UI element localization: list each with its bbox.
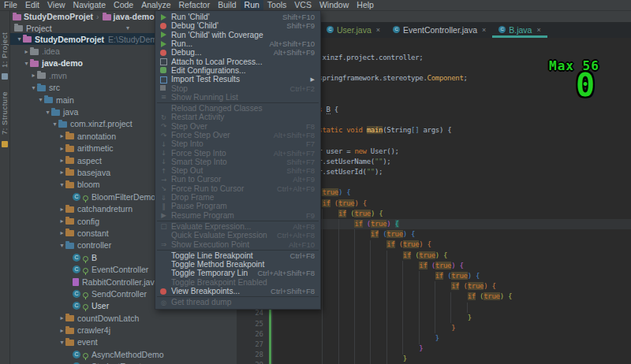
menubar-item-code[interactable]: Code bbox=[110, 0, 137, 10]
menu-item-run[interactable]: Run...Alt+Shift+F10 bbox=[155, 39, 320, 48]
tree-item-studentevent[interactable]: CStudentEvent bbox=[9, 361, 237, 364]
tree-item-label: java-demo bbox=[42, 58, 83, 68]
chevron-down-icon[interactable]: ▾ bbox=[58, 242, 65, 249]
menubar-item-build[interactable]: Build bbox=[214, 0, 240, 10]
menu-item-import-test-results[interactable]: Import Test Results▶ bbox=[155, 75, 320, 84]
spring-bean-icon bbox=[83, 268, 88, 273]
menu-item-label: Smart Step Into bbox=[171, 158, 277, 166]
tab-user-java[interactable]: CUser.java× bbox=[320, 21, 386, 38]
chevron-down-icon[interactable]: ▾ bbox=[51, 121, 58, 128]
restart-icon: ↻ bbox=[159, 113, 168, 121]
chevron-right-icon[interactable]: ▸ bbox=[58, 157, 65, 164]
menu-item-force-step-over[interactable]: ↷Force Step OverAlt+Shift+F8 bbox=[155, 131, 320, 139]
menu-item-shortcut: Shift+F8 bbox=[286, 166, 315, 175]
class-icon: C bbox=[327, 26, 334, 33]
menu-item-force-run-to-cursor[interactable]: ↘Force Run to CursorCtrl+Alt+F9 bbox=[155, 184, 320, 193]
chevron-right-icon[interactable]: ▸ bbox=[58, 145, 65, 152]
tree-item-crawler4j[interactable]: ▸crawler4j bbox=[9, 324, 237, 336]
menu-item-get-thread-dump[interactable]: ◎Get thread dump bbox=[155, 298, 320, 306]
menu-item-pause-program[interactable]: ‖Pause Program bbox=[155, 202, 320, 210]
chevron-right-icon[interactable]: ▸ bbox=[23, 48, 30, 55]
menu-item-show-running-list[interactable]: ≡Show Running List bbox=[155, 93, 320, 102]
menu-item-smart-step-into[interactable]: ↓Smart Step IntoShift+F7 bbox=[155, 158, 320, 166]
menubar-item-file[interactable]: File bbox=[0, 0, 21, 10]
editcfg-icon bbox=[159, 66, 168, 74]
tab-close-icon[interactable]: × bbox=[376, 26, 380, 34]
menu-item-view-breakpoints[interactable]: View Breakpoints...Ctrl+Shift+F8 bbox=[155, 287, 320, 295]
folder-icon bbox=[44, 97, 53, 103]
menu-item-force-step-into[interactable]: ↓Force Step IntoAlt+Shift+F7 bbox=[155, 148, 320, 157]
menubar-item-window[interactable]: Window bbox=[316, 0, 353, 10]
chevron-down-icon[interactable]: ▾ bbox=[23, 60, 30, 67]
menubar-item-view[interactable]: View bbox=[43, 0, 69, 10]
tree-item-asyncmethoddemo[interactable]: CAsyncMethodDemo bbox=[9, 348, 237, 360]
chevron-down-icon[interactable]: ▾ bbox=[37, 96, 44, 103]
chevron-right-icon[interactable]: ▸ bbox=[30, 72, 37, 79]
menu-item-label: Stop bbox=[171, 84, 281, 93]
tool-button-project[interactable]: 1: Project bbox=[0, 24, 9, 75]
menu-item-toggle-temporary-line-breakpoint[interactable]: Toggle Temporary Line BreakpointCtrl+Alt… bbox=[155, 269, 320, 277]
chevron-down-icon[interactable]: ▾ bbox=[44, 109, 51, 116]
menubar-item-help[interactable]: Help bbox=[353, 0, 378, 10]
chevron-right-icon[interactable]: ▸ bbox=[58, 229, 65, 236]
menu-item-label: Edit Configurations... bbox=[171, 66, 315, 75]
menu-item-restart-activity[interactable]: ↻Restart Activity bbox=[155, 113, 320, 121]
tab-b-java[interactable]: CB.java× bbox=[492, 21, 547, 38]
menu-item-attach-to-local-process[interactable]: Attach to Local Process... bbox=[155, 57, 320, 65]
tree-item-countdownlatch[interactable]: ▸countDownLatch bbox=[9, 312, 237, 324]
chevron-right-icon[interactable]: ▸ bbox=[58, 206, 65, 213]
menubar-item-edit[interactable]: Edit bbox=[21, 0, 43, 10]
menu-item-debug[interactable]: Debug...Alt+Shift+F9 bbox=[155, 48, 320, 57]
chevron-right-icon[interactable]: ▸ bbox=[58, 169, 65, 176]
chevron-right-icon[interactable]: ▸ bbox=[58, 132, 65, 139]
menu-item-reload-changed-classes[interactable]: Reload Changed Classes bbox=[155, 104, 320, 113]
blank-icon bbox=[159, 278, 168, 286]
menu-item-resume-program[interactable]: ▶Resume ProgramF9 bbox=[155, 211, 320, 220]
menubar-item-tools[interactable]: Tools bbox=[263, 0, 291, 10]
menu-item-step-over[interactable]: ↷Step OverF8 bbox=[155, 122, 320, 131]
code-line-26: } bbox=[272, 313, 631, 323]
menu-item-run-child[interactable]: Run 'Child'Shift+F10 bbox=[155, 13, 320, 21]
menu-item-evaluate-expression[interactable]: □Evaluate Expression...Alt+F8 bbox=[155, 222, 320, 231]
menu-item-label: Run 'Child' bbox=[171, 13, 273, 21]
menubar-item-refactor[interactable]: Refactor bbox=[175, 0, 215, 10]
menu-item-toggle-breakpoint-enabled[interactable]: Toggle Breakpoint Enabled bbox=[155, 278, 320, 287]
chevron-down-icon[interactable]: ▾ bbox=[30, 84, 37, 91]
menu-item-run-to-cursor[interactable]: →Run to CursorAlt+F9 bbox=[155, 175, 320, 184]
menu-item-edit-configurations[interactable]: Edit Configurations... bbox=[155, 66, 320, 75]
tree-item-event[interactable]: ▾event bbox=[9, 336, 237, 348]
chevron-right-icon[interactable]: ▸ bbox=[58, 217, 65, 225]
menu-item-step-into[interactable]: ↓Step IntoF7 bbox=[155, 139, 320, 148]
menu-item-shortcut: Alt+Shift+F9 bbox=[274, 48, 315, 57]
chevron-down-icon[interactable]: ▾ bbox=[58, 339, 65, 346]
project-view-title: Project bbox=[26, 24, 52, 33]
menu-item-run-child-with-coverage[interactable]: Run 'Child' with Coverage bbox=[155, 31, 320, 39]
tab-close-icon[interactable]: × bbox=[536, 26, 540, 34]
chevron-down-icon[interactable]: ▾ bbox=[16, 35, 23, 43]
menubar-item-run[interactable]: Run bbox=[241, 0, 263, 10]
menu-item-stop[interactable]: StopCtrl+F2 bbox=[155, 84, 320, 92]
menu-item-step-out[interactable]: ↑Step OutShift+F8 bbox=[155, 166, 320, 175]
menu-item-debug-child[interactable]: Debug 'Child'Shift+F9 bbox=[155, 21, 320, 30]
tree-item-label: main bbox=[56, 95, 74, 105]
folder-icon bbox=[65, 133, 74, 139]
chevron-right-icon[interactable]: ▸ bbox=[58, 314, 65, 321]
menubar-item-vcs[interactable]: VCS bbox=[290, 0, 316, 10]
menubar-item-analyze[interactable]: Analyze bbox=[137, 0, 174, 10]
tab-eventcontroller-java[interactable]: CEventController.java× bbox=[386, 21, 492, 38]
chevron-down-icon[interactable]: ▾ bbox=[58, 181, 65, 188]
breadcrumb-item-java-demo[interactable]: java-demo bbox=[103, 12, 155, 21]
menu-item-quick-evaluate-expression[interactable]: Quick Evaluate ExpressionCtrl+Alt+F8 bbox=[155, 231, 320, 240]
chevron-down-icon[interactable]: ▾ bbox=[126, 24, 129, 32]
breadcrumb-item-studydemoprojet[interactable]: StudyDemoProjet bbox=[13, 12, 93, 21]
indent-guide bbox=[354, 229, 355, 364]
menu-item-toggle-method-breakpoint[interactable]: Toggle Method Breakpoint bbox=[155, 260, 320, 269]
menu-item-show-execution-point[interactable]: ⇒Show Execution PointAlt+F10 bbox=[155, 240, 320, 248]
tool-button-structure[interactable]: 7: Structure bbox=[0, 83, 9, 143]
tab-close-icon[interactable]: × bbox=[482, 26, 486, 34]
menu-item-toggle-line-breakpoint[interactable]: Toggle Line BreakpointCtrl+F8 bbox=[155, 251, 320, 260]
menu-item-drop-frame[interactable]: ⇓Drop Frame bbox=[155, 193, 320, 202]
menubar-item-navigate[interactable]: Navigate bbox=[69, 0, 110, 10]
chevron-right-icon[interactable]: ▸ bbox=[58, 327, 65, 334]
menu-item-shortcut: Alt+Shift+F10 bbox=[269, 39, 315, 48]
